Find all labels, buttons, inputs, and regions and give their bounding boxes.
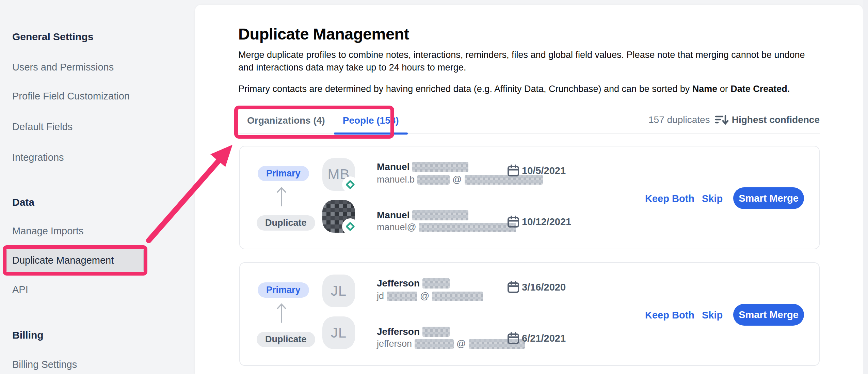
primary-contact-name: Jefferson: [377, 278, 452, 289]
sidebar-item-default-fields[interactable]: Default Fields: [12, 121, 73, 133]
avatar-duplicate-contact-photo: [322, 200, 355, 233]
sidebar-item-integrations[interactable]: Integrations: [12, 152, 64, 163]
duplicates-count: 157 duplicates: [648, 114, 710, 125]
sidebar-item-users-and-permissions[interactable]: Users and Permissions: [12, 62, 114, 73]
duplicate-pair-card: Primary Duplicate MB Manuel manuel.b@ 10…: [239, 146, 820, 249]
smart-merge-button[interactable]: Smart Merge: [733, 187, 804, 209]
primary-badge: Primary: [258, 166, 309, 181]
avatar-primary-contact: JL: [322, 275, 355, 307]
redacted-email-domain: [432, 292, 483, 301]
duplicate-contact-email: manuel@: [377, 222, 519, 233]
list-toolbar: 157 duplicates Highest confidence: [648, 114, 820, 125]
note-text: Primary contacts are determined by havin…: [238, 84, 692, 94]
merge-direction-up-arrow-icon: [274, 302, 289, 324]
tab-people[interactable]: People (153): [334, 112, 408, 134]
redacted-email-part: [387, 292, 417, 301]
sidebar-item-billing-settings[interactable]: Billing Settings: [12, 359, 77, 370]
smart-merge-button[interactable]: Smart Merge: [733, 304, 804, 326]
avatar-duplicate-contact: JL: [322, 316, 355, 349]
skip-button[interactable]: Skip: [702, 310, 723, 321]
primary-date-created: 10/5/2021: [507, 164, 566, 177]
primary-badge: Primary: [258, 282, 309, 298]
calendar-icon: [507, 164, 520, 177]
redacted-last-name: [422, 327, 450, 337]
duplicate-contact-name: Jefferson: [377, 326, 452, 337]
primary-date-created: 3/16/2020: [507, 281, 566, 294]
right-gutter: [863, 0, 868, 374]
sidebar-item-api[interactable]: API: [12, 284, 28, 295]
redacted-email-part: [415, 339, 454, 349]
note-or: or: [717, 84, 730, 94]
merge-direction-up-arrow-icon: [274, 186, 289, 207]
primary-contact-email: jd@: [377, 291, 486, 301]
duplicate-contact-name: Manuel: [377, 210, 471, 221]
skip-button[interactable]: Skip: [702, 193, 723, 204]
sidebar-section-data: Data: [12, 197, 34, 208]
redacted-last-name: [412, 210, 468, 220]
page-title: Duplicate Management: [238, 25, 409, 43]
sort-control[interactable]: Highest confidence: [715, 114, 820, 125]
sidebar-item-profile-field-customization[interactable]: Profile Field Customization: [12, 91, 130, 102]
duplicate-contact-email: jefferson@: [377, 339, 528, 349]
settings-sidebar: General Settings Users and Permissions P…: [0, 0, 195, 374]
duplicate-date-created: 10/12/2021: [507, 215, 571, 228]
duplicate-badge: Duplicate: [257, 215, 315, 231]
avatar-primary-contact: MB: [322, 158, 355, 191]
enriched-diamond-badge-icon: [342, 176, 358, 193]
note-paragraph: Primary contacts are determined by havin…: [238, 83, 820, 95]
keep-both-button[interactable]: Keep Both: [645, 193, 694, 204]
redacted-last-name: [412, 162, 468, 172]
calendar-icon: [507, 281, 520, 294]
calendar-icon: [507, 332, 520, 345]
keep-both-button[interactable]: Keep Both: [645, 310, 694, 321]
sidebar-section-billing: Billing: [12, 329, 44, 341]
primary-contact-name: Manuel: [377, 161, 471, 172]
duplicate-pair-card: Primary Duplicate JL Jefferson jd@ 3/16/…: [239, 262, 820, 366]
tab-organizations[interactable]: Organizations (4): [238, 112, 334, 134]
calendar-icon: [507, 215, 520, 228]
redacted-last-name: [422, 278, 450, 289]
note-bold-date-created: Date Created.: [730, 84, 790, 94]
avatar-initials: JL: [331, 325, 347, 341]
redacted-email-domain: [419, 223, 516, 232]
sidebar-section-general-settings: General Settings: [12, 31, 93, 43]
duplicate-date-created: 6/21/2021: [507, 332, 566, 345]
intro-paragraph: Merge duplicate profiles to combine note…: [238, 49, 820, 74]
sidebar-item-manage-imports[interactable]: Manage Imports: [12, 225, 84, 237]
avatar-initials: JL: [331, 283, 347, 299]
sidebar-item-duplicate-management[interactable]: Duplicate Management: [12, 255, 114, 266]
enriched-diamond-badge-icon: [342, 218, 358, 235]
sort-label: Highest confidence: [732, 114, 820, 125]
note-bold-name: Name: [692, 84, 718, 94]
duplicate-badge: Duplicate: [257, 332, 315, 347]
sort-descending-icon: [715, 114, 728, 125]
redacted-email-part: [417, 175, 450, 185]
